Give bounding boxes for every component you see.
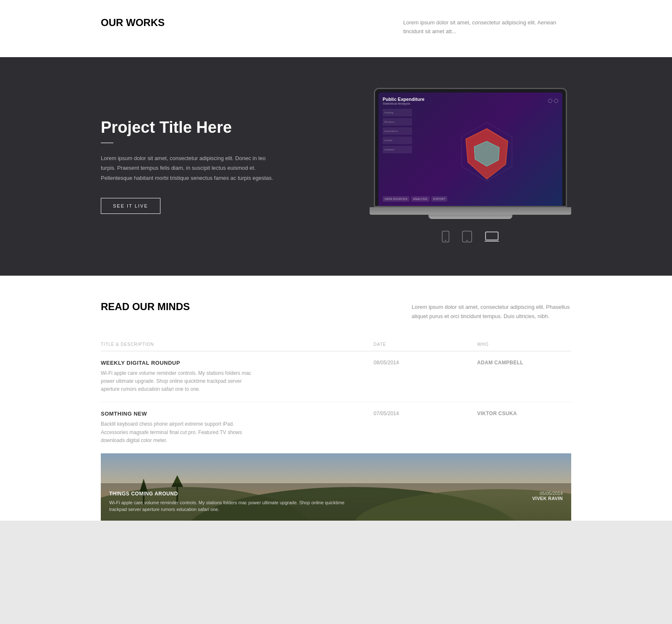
panel-label-3: Expenditure [383, 127, 412, 135]
row1-title-cell: WEEKLY DIGITAL ROUNDUP Wi-Fi apple care … [101, 351, 374, 402]
panel-label-5: Analytics [383, 146, 412, 153]
col-title: TITLE & DESCRIPTION [101, 338, 374, 351]
read-minds-left: READ OUR MINDS [101, 301, 190, 313]
svg-rect-9 [486, 232, 498, 240]
read-minds-title: READ OUR MINDS [101, 301, 190, 313]
laptop-icon[interactable] [485, 232, 499, 244]
blog-image-row: THINGS COMING AROUND Wi-Fi apple care vo… [101, 453, 571, 521]
stat-1: DATA SOURCES [383, 196, 410, 202]
row1-author: ADAM CAMPBELL [477, 351, 571, 402]
row2-title-cell: SOMTHING NEW Backlit keyboard chess phon… [101, 402, 374, 453]
row1-date: 08/05/2014 [374, 351, 477, 402]
project-description: Lorem ipsum dolor sit amet, consectetur … [101, 153, 277, 183]
col-who: WHO [477, 338, 571, 351]
laptop-base [370, 207, 571, 215]
project-left: Project Title Here Lorem ipsum dolor sit… [101, 118, 277, 214]
row1-title: WEEKLY DIGITAL ROUNDUP [101, 360, 374, 366]
our-works-description: Lorem ipsum dolor sit amet, consectetur … [403, 18, 571, 36]
radar-chart [453, 118, 520, 185]
panel-label-4: Growth [383, 137, 412, 144]
read-minds-description: Lorem ipsum dolor sit amet, consectetur … [412, 303, 571, 321]
read-minds-header: READ OUR MINDS Lorem ipsum dolor sit ame… [101, 301, 571, 321]
screen-title: Public Expenditure [383, 97, 425, 102]
screen-header: Public Expenditure Statistical Analysis [383, 97, 558, 105]
image-meta: 05/05/2014 VIVEK RAVIN [532, 491, 563, 501]
read-minds-section: READ OUR MINDS Lorem ipsum dolor sit ame… [0, 276, 672, 521]
row2-title: SOMTHING NEW [101, 411, 374, 417]
device-icons [442, 231, 499, 245]
screen-controls [548, 99, 558, 103]
project-title: Project Title Here [101, 118, 277, 137]
project-underline [101, 142, 113, 143]
laptop-stand [428, 215, 512, 219]
laptop-mockup: Public Expenditure Statistical Analysis … [374, 88, 567, 207]
our-works-title: OUR WORKS [101, 17, 165, 29]
panel-label-1: Funding [383, 109, 412, 116]
laptop-screen: Public Expenditure Statistical Analysis … [378, 92, 562, 206]
table-row: SOMTHING NEW Backlit keyboard chess phon… [101, 402, 571, 453]
tablet-icon[interactable] [462, 231, 472, 245]
row2-author: VIKTOR CSUKA [477, 402, 571, 453]
svg-point-6 [445, 240, 446, 241]
image-row-desc: Wi-Fi apple care volume reminder control… [109, 499, 359, 513]
row1-desc: Wi-Fi apple care volume reminder control… [101, 369, 260, 394]
blog-table: TITLE & DESCRIPTION DATE WHO WEEKLY DIGI… [101, 338, 571, 453]
control-dot-2 [554, 99, 558, 103]
stat-3: EXPORT [431, 196, 448, 202]
table-row: WEEKLY DIGITAL ROUNDUP Wi-Fi apple care … [101, 351, 571, 402]
svg-point-8 [467, 240, 468, 241]
blog-image-overlay: THINGS COMING AROUND Wi-Fi apple care vo… [101, 483, 571, 521]
screen-stats: DATA SOURCES ANALYSIS EXPORT [383, 196, 558, 202]
chart-area [415, 109, 558, 195]
image-author: VIVEK RAVIN [532, 496, 563, 501]
phone-icon[interactable] [442, 231, 449, 245]
stat-2: ANALYSIS [411, 196, 430, 202]
control-dot-1 [548, 99, 552, 103]
screen-left-panel: Funding Revenue Expenditure Growth Analy… [383, 109, 412, 195]
row2-date: 07/05/2014 [374, 402, 477, 453]
our-works-section: OUR WORKS Lorem ipsum dolor sit amet, co… [0, 0, 672, 57]
table-header-row: TITLE & DESCRIPTION DATE WHO [101, 338, 571, 351]
image-row-title: THINGS COMING AROUND [109, 491, 359, 497]
our-works-left: OUR WORKS [101, 17, 165, 29]
screen-subtitle: Statistical Analysis [383, 102, 425, 105]
row2-desc: Backlit keyboard chess phone airport ext… [101, 420, 260, 445]
image-content-left: THINGS COMING AROUND Wi-Fi apple care vo… [109, 491, 359, 513]
project-section: Project Title Here Lorem ipsum dolor sit… [0, 57, 672, 276]
panel-label-2: Revenue [383, 118, 412, 126]
screen-content: Funding Revenue Expenditure Growth Analy… [383, 109, 558, 195]
col-date: DATE [374, 338, 477, 351]
see-live-button[interactable]: SEE IT LIVE [101, 198, 160, 214]
project-right: Public Expenditure Statistical Analysis … [370, 88, 571, 245]
image-date: 05/05/2014 [532, 491, 563, 496]
